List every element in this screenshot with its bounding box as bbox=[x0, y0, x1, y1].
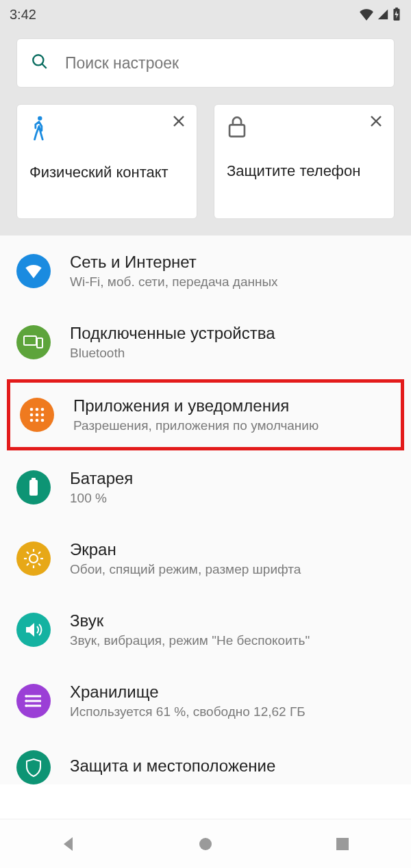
svg-rect-22 bbox=[32, 478, 36, 481]
search-icon bbox=[31, 53, 49, 73]
item-subtitle: 100 % bbox=[70, 491, 395, 506]
item-storage[interactable]: Хранилище Используется 61 %, свободно 12… bbox=[0, 665, 411, 737]
card-protect-phone[interactable]: Защитите телефон bbox=[214, 104, 395, 219]
svg-rect-21 bbox=[29, 480, 38, 496]
navigation-bar bbox=[0, 819, 411, 868]
search-bar[interactable] bbox=[16, 38, 395, 88]
lock-icon bbox=[227, 116, 382, 142]
devices-icon bbox=[16, 325, 51, 359]
item-security-location[interactable]: Защита и местоположение bbox=[0, 737, 411, 784]
svg-line-28 bbox=[27, 552, 29, 554]
svg-point-6 bbox=[38, 116, 42, 120]
svg-rect-39 bbox=[336, 838, 349, 850]
svg-point-2 bbox=[33, 55, 43, 65]
svg-point-19 bbox=[36, 419, 39, 422]
svg-point-35 bbox=[25, 695, 27, 698]
svg-point-37 bbox=[25, 704, 27, 707]
back-button[interactable] bbox=[41, 827, 96, 861]
walk-icon bbox=[29, 116, 184, 143]
battery-icon bbox=[392, 8, 401, 21]
item-battery[interactable]: Батарея 100 % bbox=[0, 452, 411, 523]
search-input[interactable] bbox=[65, 54, 380, 73]
item-title: Экран bbox=[70, 540, 395, 559]
svg-point-23 bbox=[29, 554, 38, 563]
settings-list: Сеть и Интернет Wi-Fi, моб. сети, переда… bbox=[0, 235, 411, 784]
sound-icon bbox=[16, 613, 51, 647]
apps-icon bbox=[20, 398, 54, 432]
item-sound[interactable]: Звук Звук, вибрация, режим "Не беспокоит… bbox=[0, 594, 411, 665]
svg-line-29 bbox=[38, 563, 40, 565]
svg-rect-10 bbox=[24, 336, 36, 345]
item-subtitle: Bluetooth bbox=[70, 346, 395, 361]
recent-button[interactable] bbox=[315, 827, 370, 861]
item-subtitle: Wi-Fi, моб. сети, передача данных bbox=[70, 275, 395, 290]
svg-point-17 bbox=[41, 413, 45, 417]
item-title: Защита и местоположение bbox=[70, 756, 395, 776]
item-title: Приложения и уведомления bbox=[73, 396, 391, 416]
item-subtitle: Используется 61 %, свободно 12,62 ГБ bbox=[70, 704, 395, 719]
battery-icon bbox=[16, 470, 51, 505]
card-title: Физический контакт bbox=[29, 164, 184, 181]
settings-header: Физический контакт Защитите телефон bbox=[0, 29, 411, 235]
item-title: Батарея bbox=[70, 469, 395, 488]
item-apps-notifications[interactable]: Приложения и уведомления Разрешения, при… bbox=[7, 379, 404, 450]
svg-line-3 bbox=[42, 64, 47, 68]
item-connected-devices[interactable]: Подключенные устройства Bluetooth bbox=[0, 307, 411, 378]
card-physical-contact[interactable]: Физический контакт bbox=[16, 104, 197, 219]
svg-point-14 bbox=[41, 408, 45, 411]
card-title: Защитите телефон bbox=[227, 162, 382, 180]
svg-point-18 bbox=[30, 419, 34, 422]
svg-point-12 bbox=[30, 408, 34, 411]
item-network[interactable]: Сеть и Интернет Wi-Fi, моб. сети, переда… bbox=[0, 235, 411, 307]
wifi-icon bbox=[359, 8, 374, 21]
item-subtitle: Разрешения, приложения по умолчанию bbox=[73, 418, 391, 433]
item-title: Сеть и Интернет bbox=[70, 253, 395, 272]
close-icon[interactable] bbox=[366, 112, 386, 131]
svg-point-15 bbox=[30, 413, 34, 417]
svg-line-31 bbox=[27, 563, 29, 565]
svg-rect-9 bbox=[229, 125, 245, 136]
home-button[interactable] bbox=[178, 827, 233, 861]
status-time: 3:42 bbox=[10, 7, 36, 23]
security-icon bbox=[16, 750, 51, 784]
item-title: Хранилище bbox=[70, 682, 395, 702]
svg-point-36 bbox=[25, 700, 27, 702]
item-title: Подключенные устройства bbox=[70, 324, 395, 343]
svg-point-38 bbox=[199, 838, 212, 850]
suggestion-cards: Физический контакт Защитите телефон bbox=[16, 104, 395, 219]
item-display[interactable]: Экран Обои, спящий режим, размер шрифта bbox=[0, 523, 411, 594]
display-icon bbox=[16, 541, 51, 576]
item-title: Звук bbox=[70, 611, 395, 630]
item-subtitle: Звук, вибрация, режим "Не беспокоить" bbox=[70, 633, 395, 648]
svg-rect-11 bbox=[37, 338, 42, 348]
svg-line-30 bbox=[38, 552, 40, 554]
status-icons bbox=[359, 8, 401, 21]
close-icon[interactable] bbox=[169, 112, 188, 131]
svg-point-16 bbox=[36, 413, 39, 417]
wifi-icon bbox=[16, 254, 51, 288]
svg-rect-1 bbox=[395, 8, 398, 10]
svg-point-20 bbox=[41, 419, 45, 422]
item-subtitle: Обои, спящий режим, размер шрифта bbox=[70, 562, 395, 577]
storage-icon bbox=[16, 684, 51, 718]
cellular-icon bbox=[377, 8, 389, 21]
status-bar: 3:42 bbox=[0, 0, 411, 29]
svg-point-13 bbox=[36, 408, 39, 411]
